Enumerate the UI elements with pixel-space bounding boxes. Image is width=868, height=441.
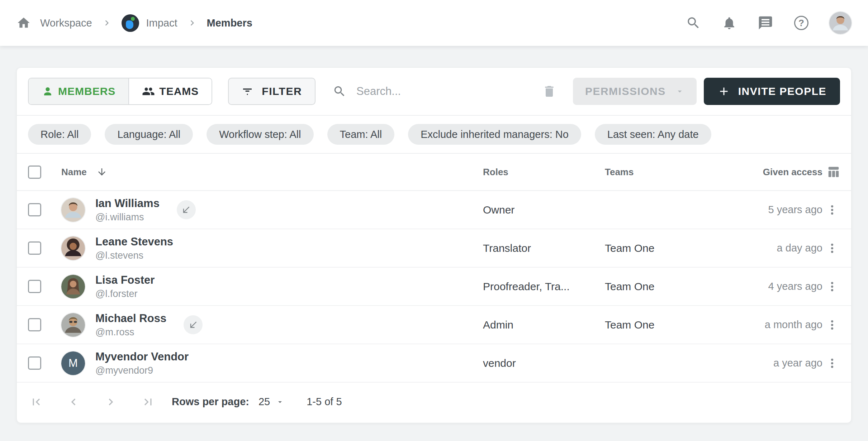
user-avatar[interactable] [829, 12, 852, 34]
pagination-bar: Rows per page: 25 1-5 of 5 [17, 383, 851, 421]
row-checkbox[interactable] [28, 318, 41, 331]
project-logo[interactable] [122, 14, 139, 32]
member-handle: @l.forster [95, 288, 155, 299]
column-header-given-access: Given access [759, 167, 822, 178]
select-all-checkbox[interactable] [28, 166, 41, 179]
previous-page-icon[interactable] [64, 393, 83, 411]
topbar-actions: ? [686, 12, 852, 34]
member-name[interactable]: Lisa Foster [95, 274, 155, 287]
member-given-access: a day ago [759, 242, 822, 254]
permissions-button[interactable]: PERMISSIONS [573, 78, 697, 105]
home-icon[interactable] [16, 16, 31, 30]
member-name-cell: Myvendor Vendor @myvendor9 [95, 350, 483, 376]
table-row: Michael Ross @m.ross Admin Team One a mo… [17, 306, 851, 344]
table-row: M Myvendor Vendor @myvendor9 vendor a ye… [17, 344, 851, 383]
breadcrumb-workspace[interactable]: Workspace [40, 17, 92, 29]
search-field [333, 85, 535, 98]
last-page-icon[interactable] [139, 393, 157, 411]
tab-members[interactable]: MEMBERS [29, 78, 128, 104]
view-switcher: MEMBERS TEAMS [28, 78, 212, 105]
messages-icon[interactable] [758, 15, 773, 31]
member-name[interactable]: Myvendor Vendor [95, 350, 189, 363]
row-menu-icon[interactable] [824, 202, 840, 218]
member-given-access: 5 years ago [759, 204, 822, 216]
invite-people-button[interactable]: INVITE PEOPLE [704, 78, 840, 105]
member-avatar[interactable]: M [61, 351, 85, 375]
chip-workflow-step[interactable]: Workflow step: All [207, 124, 313, 145]
row-menu-icon[interactable] [824, 240, 840, 257]
breadcrumb-project[interactable]: Impact [146, 17, 177, 29]
member-name[interactable]: Leane Stevens [95, 235, 173, 248]
member-roles: vendor [483, 357, 605, 369]
chevron-right-icon [101, 18, 112, 28]
row-checkbox[interactable] [28, 280, 41, 293]
caret-down-icon [675, 87, 684, 96]
arrow-southwest-icon [181, 205, 191, 215]
breadcrumb: Workspace Impact Members [16, 14, 252, 32]
chevron-right-icon [187, 18, 198, 28]
breadcrumb-current-page: Members [207, 17, 252, 29]
member-given-access: 4 years ago [759, 281, 822, 292]
member-avatar[interactable] [61, 236, 85, 260]
member-teams: Team One [605, 281, 759, 293]
chip-language[interactable]: Language: All [105, 124, 193, 145]
member-roles: Admin [483, 319, 605, 331]
row-checkbox[interactable] [28, 203, 41, 216]
filter-chips: Role: All Language: All Workflow step: A… [17, 116, 851, 154]
row-menu-icon[interactable] [824, 317, 840, 333]
member-name-cell: Ian Williams @i.williams [95, 197, 483, 223]
row-menu-icon[interactable] [824, 355, 840, 372]
delete-icon[interactable] [542, 84, 556, 99]
member-teams: Team One [605, 319, 759, 331]
column-name-label: Name [61, 167, 87, 178]
pagination-range: 1-5 of 5 [307, 396, 342, 408]
member-handle: @l.stevens [95, 250, 173, 261]
invite-people-label: INVITE PEOPLE [738, 85, 826, 97]
help-icon[interactable]: ? [794, 16, 808, 30]
table-row: Lisa Foster @l.forster Proofreader, Tra.… [17, 268, 851, 306]
member-handle: @i.williams [95, 212, 160, 223]
rows-per-page-select[interactable]: 25 [258, 396, 270, 408]
permissions-button-label: PERMISSIONS [585, 85, 666, 97]
search-icon[interactable] [686, 15, 701, 30]
row-menu-icon[interactable] [824, 278, 840, 295]
chip-last-seen[interactable]: Last seen: Any date [595, 124, 711, 145]
notifications-bell-icon[interactable] [722, 15, 737, 30]
table-row: Ian Williams @i.williams Owner 5 years a… [17, 191, 851, 229]
member-roles: Translator [483, 242, 605, 254]
login-direction-badge [177, 200, 196, 219]
table-row: Leane Stevens @l.stevens Translator Team… [17, 229, 851, 268]
next-page-icon[interactable] [101, 393, 120, 411]
member-avatar[interactable] [61, 198, 85, 222]
member-name[interactable]: Ian Williams [95, 197, 160, 210]
filter-button[interactable]: FILTER [228, 78, 316, 105]
column-settings-icon[interactable] [827, 165, 840, 179]
member-name-cell: Lisa Foster @l.forster [95, 274, 483, 299]
member-name-cell: Leane Stevens @l.stevens [95, 235, 483, 261]
row-checkbox[interactable] [28, 356, 41, 370]
column-header-name[interactable]: Name [61, 167, 483, 178]
member-roles: Owner [483, 204, 605, 216]
first-page-icon[interactable] [27, 393, 46, 411]
filter-icon [242, 86, 253, 97]
search-input[interactable] [356, 85, 535, 98]
row-checkbox[interactable] [28, 241, 41, 255]
column-header-roles: Roles [483, 167, 605, 178]
search-icon [333, 85, 346, 98]
person-icon [42, 85, 54, 97]
table-header: Name Roles Teams Given access [17, 154, 851, 191]
member-avatar[interactable] [61, 313, 85, 337]
chip-team[interactable]: Team: All [327, 124, 395, 145]
plus-icon [717, 85, 730, 98]
arrow-southwest-icon [188, 320, 198, 330]
chip-exclude-inherited-managers[interactable]: Exclude inherited managers: No [408, 124, 581, 145]
member-avatar[interactable] [61, 275, 85, 298]
member-handle: @m.ross [95, 327, 166, 338]
caret-down-icon[interactable] [276, 398, 284, 406]
member-given-access: a year ago [759, 357, 822, 369]
tab-teams[interactable]: TEAMS [128, 78, 212, 104]
members-card: MEMBERS TEAMS FILTER [16, 67, 852, 423]
chip-role[interactable]: Role: All [28, 124, 91, 145]
tab-teams-label: TEAMS [159, 85, 199, 97]
member-name[interactable]: Michael Ross [95, 312, 166, 325]
